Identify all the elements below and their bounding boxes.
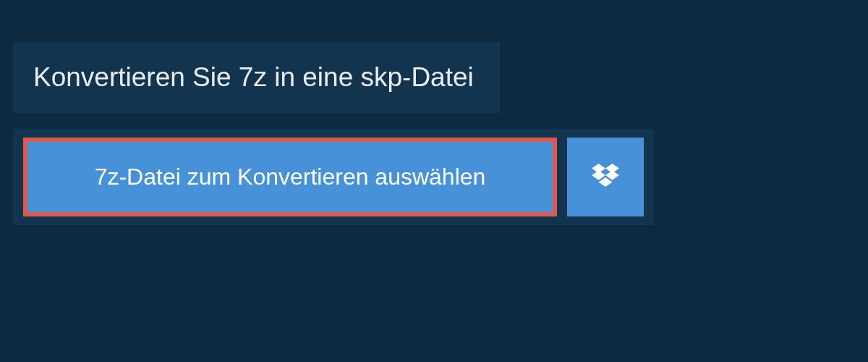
page-title-bar: Konvertieren Sie 7z in eine skp-Datei bbox=[13, 42, 500, 113]
dropbox-button[interactable] bbox=[567, 138, 644, 216]
select-file-button-label: 7z-Datei zum Konvertieren auswählen bbox=[95, 164, 486, 190]
dropbox-icon bbox=[592, 164, 619, 191]
select-file-button[interactable]: 7z-Datei zum Konvertieren auswählen bbox=[23, 138, 557, 216]
upload-panel: 7z-Datei zum Konvertieren auswählen bbox=[13, 129, 654, 225]
page-title: Konvertieren Sie 7z in eine skp-Datei bbox=[33, 62, 474, 93]
